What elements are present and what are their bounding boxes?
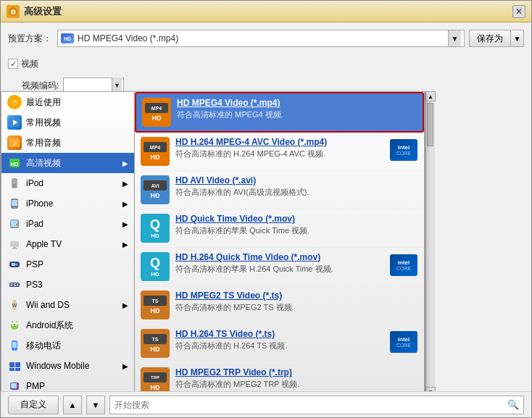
format-item-hd-mp4[interactable]: MP4 HD HD MPEG4 Video (*.mp4) 符合高清标准的 MP… <box>135 92 424 133</box>
format-badge-hd-h264-ts: TS HD <box>141 329 170 358</box>
svg-rect-35 <box>12 342 17 348</box>
psp-icon <box>7 257 22 272</box>
svg-rect-13 <box>12 200 17 206</box>
format-badge-hd-avi: AVI HD <box>141 175 170 204</box>
scroll-track[interactable] <box>425 101 435 387</box>
ps3-icon: PS3 <box>7 277 22 292</box>
menu-item-android-label: Android系统 <box>26 319 128 332</box>
format-badge-hd-ts: TS HD <box>141 290 170 319</box>
video-checkbox[interactable]: ✓ <box>8 59 18 69</box>
menu-item-mobile-label: 移动电话 <box>26 340 128 352</box>
menu-right-container: MP4 HD HD MPEG4 Video (*.mp4) 符合高清标准的 MP… <box>135 91 425 391</box>
svg-point-30 <box>12 325 14 326</box>
ipad-arrow: ▶ <box>122 220 128 228</box>
search-icon[interactable]: 🔍 <box>507 399 519 410</box>
svg-rect-19 <box>13 247 16 248</box>
svg-point-17 <box>16 224 17 225</box>
svg-point-14 <box>14 206 15 208</box>
scroll-thumb[interactable] <box>427 103 433 146</box>
intel-badge-4: intel CORE <box>389 252 418 278</box>
intel-badge-6: intel CORE <box>389 329 418 355</box>
window-title: 高级设置 <box>24 5 512 18</box>
preset-icon: HD <box>61 33 74 43</box>
format-desc-hd-h264-ts: 符合高清标准的 H.264 TS 视频. <box>175 340 385 351</box>
menu-item-pmp[interactable]: PMP <box>1 376 134 391</box>
menu-item-psp-label: PSP <box>26 259 128 269</box>
video-codec-label: 视频编码: <box>8 80 59 92</box>
format-badge-hd-mp4: MP4 HD <box>142 98 171 127</box>
customize-button[interactable]: 自定义 <box>8 396 59 414</box>
format-name-hd-h264-mov: HD H.264 Quick Time Video (*.mov) <box>175 252 385 262</box>
svg-rect-18 <box>10 241 19 247</box>
save-button[interactable]: 保存为 <box>469 30 511 47</box>
common-video-icon <box>7 115 22 130</box>
menu-item-ipad[interactable]: iPad ▶ <box>1 214 134 234</box>
format-desc-hd-mp4: 符合高清标准的 MPEG4 视频. <box>177 109 417 120</box>
menu-item-ps3[interactable]: PS3 PS3 <box>1 275 134 295</box>
ipod-arrow: ▶ <box>122 180 128 188</box>
search-input[interactable] <box>115 400 507 410</box>
menu-item-ipod[interactable]: iPod ▶ <box>1 173 134 193</box>
nav-up-button[interactable]: ▲ <box>63 396 82 414</box>
hd-arrow: ▶ <box>122 159 128 167</box>
format-info-hd-trp: HD MPEG2 TRP Video (*.trp) 符合高清标准的 MPEG2… <box>175 367 418 390</box>
close-button[interactable]: ✕ <box>512 5 525 18</box>
format-name-hd-mp4: HD MPEG4 Video (*.mp4) <box>177 98 417 108</box>
svg-rect-42 <box>11 383 17 388</box>
menu-item-recent[interactable]: ⏱ 最近使用 <box>1 92 134 112</box>
main-window: ⚙ 高级设置 ✕ 预置方案： HD HD MPEG4 Video (*.mp4)… <box>0 0 532 418</box>
svg-rect-22 <box>12 263 15 266</box>
format-desc-hd-avi: 符合高清标准的 AVI(高级流视频格式). <box>175 187 418 198</box>
format-item-hd-trp[interactable]: TRP HD HD MPEG2 TRP Video (*.trp) 符合高清标准… <box>135 363 424 391</box>
svg-point-23 <box>16 264 18 266</box>
menu-item-psp[interactable]: PSP <box>1 254 134 275</box>
format-name-hd-h264-ts: HD H.264 TS Video (*.ts) <box>175 329 385 339</box>
winmobile-arrow: ▶ <box>122 362 128 370</box>
recent-icon: ⏱ <box>7 95 22 109</box>
android-icon <box>7 318 22 333</box>
format-name-hd-ts: HD MPEG2 TS Video (*.ts) <box>175 290 418 301</box>
format-name-hd-mov: HD Quick Time Video (*.mov) <box>175 214 418 224</box>
menu-item-common-audio[interactable]: ♪ 常用音频 <box>1 133 134 153</box>
format-item-hd-h264-mov[interactable]: Q HD HD H.264 Quick Time Video (*.mov) 符… <box>135 248 424 286</box>
format-item-hd-ts[interactable]: TS HD HD MPEG2 TS Video (*.ts) 符合高清标准的 M… <box>135 286 424 325</box>
format-item-hd-h264-ts[interactable]: TS HD HD H.264 TS Video (*.ts) 符合高清标准的 H… <box>135 325 424 363</box>
svg-text:⚙: ⚙ <box>10 9 16 16</box>
menu-item-mobile[interactable]: 移动电话 <box>1 335 134 356</box>
preset-label: 预置方案： <box>8 33 51 45</box>
menu-item-winmobile[interactable]: Windows Mobile ▶ <box>1 356 134 376</box>
scroll-up-button[interactable]: ▲ <box>425 91 436 101</box>
svg-rect-29 <box>11 325 18 328</box>
menu-item-common-video[interactable]: 常用视频 <box>1 112 134 133</box>
svg-rect-20 <box>12 248 17 249</box>
menu-item-hd-label: 高清视频 <box>26 157 120 170</box>
menu-item-android[interactable]: Android系统 <box>1 315 134 335</box>
ipad-icon <box>7 217 22 231</box>
nav-down-button[interactable]: ▼ <box>86 396 105 414</box>
menu-item-hd[interactable]: HD 高清视频 ▶ ➜ <box>1 153 134 173</box>
preset-select[interactable]: HD HD MPEG4 Video (*.mp4) ▼ <box>57 30 465 47</box>
preset-dropdown-button[interactable]: ▼ <box>448 30 461 46</box>
format-info-hd-mov: HD Quick Time Video (*.mov) 符合高清标准的苹果 Qu… <box>175 214 418 236</box>
format-item-hd-h264-mp4[interactable]: MP4 HD HD H.264 MPEG-4 AVC Video (*.mp4)… <box>135 133 424 171</box>
video-checkbox-row: ✓ 视频 <box>8 54 124 73</box>
format-desc-hd-trp: 符合高清标准的 MPEG2 TRP 视频. <box>175 379 418 390</box>
format-desc-hd-h264-mp4: 符合高清标准的 H.264 MPEG-4 AVC 视频. <box>175 149 385 159</box>
video-label: 视频 <box>21 58 38 70</box>
menu-item-recent-label: 最近使用 <box>26 96 128 109</box>
format-item-hd-avi[interactable]: AVI HD HD AVI Video (*.avi) 符合高清标准的 AVI(… <box>135 171 424 209</box>
svg-line-32 <box>12 321 12 322</box>
format-name-hd-avi: HD AVI Video (*.avi) <box>175 175 418 185</box>
app-icon: ⚙ <box>7 5 20 18</box>
format-info-hd-mp4: HD MPEG4 Video (*.mp4) 符合高清标准的 MPEG4 视频. <box>177 98 417 120</box>
svg-text:♪: ♪ <box>13 139 17 147</box>
preset-value: HD MPEG4 Video (*.mp4) <box>78 33 448 43</box>
menu-item-iphone[interactable]: iPhone ▶ <box>1 193 134 214</box>
format-item-hd-mov[interactable]: Q HD HD Quick Time Video (*.mov) 符合高清标准的… <box>135 209 424 248</box>
menu-item-appletv[interactable]: Apple TV ▶ <box>1 234 134 254</box>
svg-text:PS3: PS3 <box>10 283 19 287</box>
menu-item-wii[interactable]: W Wii and DS ▶ <box>1 295 134 315</box>
appletv-icon <box>7 237 22 251</box>
save-dropdown-button[interactable]: ▼ <box>511 30 524 47</box>
scroll-down-button[interactable]: ▼ <box>425 387 436 391</box>
